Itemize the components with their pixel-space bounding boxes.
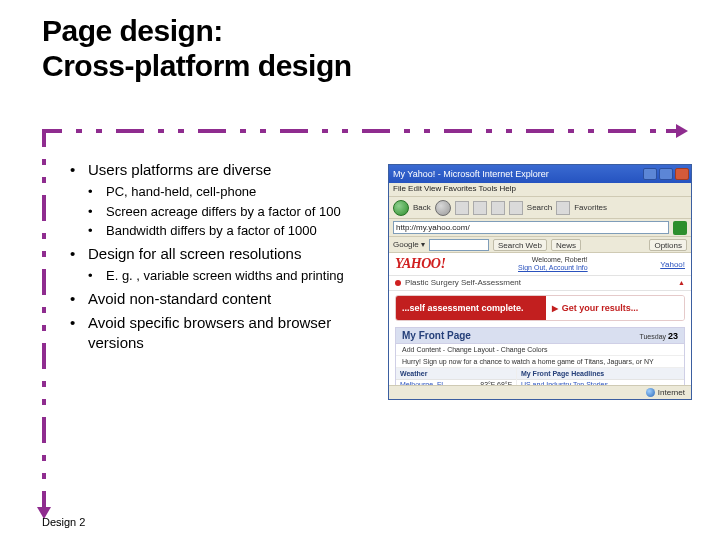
mfp-promo: Hurry! Sign up now for a chance to watch…	[396, 356, 684, 368]
minimize-icon[interactable]	[643, 168, 657, 180]
bullet-2-text: Design for all screen resolutions	[88, 245, 301, 262]
bullet-content: Users platforms are diverse PC, hand-hel…	[70, 160, 390, 357]
mfp-header: My Front Page Tuesday 23	[396, 328, 684, 344]
window-titlebar: My Yahoo! - Microsoft Internet Explorer	[389, 165, 691, 183]
bullet-2a: E. g. , variable screen widths and print…	[88, 267, 390, 285]
yahoo-logo[interactable]: YAHOO!	[395, 256, 445, 272]
search-icon[interactable]	[509, 201, 523, 215]
menu-bar[interactable]: File Edit View Favorites Tools Help	[389, 183, 691, 197]
stop-icon[interactable]	[455, 201, 469, 215]
banner-left: ...self assessment complete.	[396, 296, 546, 320]
mfp-links[interactable]: Add Content - Change Layout - Change Col…	[396, 344, 684, 356]
slide-footer: Design 2	[42, 516, 85, 528]
bullet-1: Users platforms are diverse PC, hand-hel…	[70, 160, 390, 240]
google-options[interactable]: Options	[649, 239, 687, 251]
go-icon[interactable]	[673, 221, 687, 235]
headlines-header: My Front Page Headlines	[517, 368, 684, 380]
close-icon[interactable]	[675, 168, 689, 180]
home-icon[interactable]	[491, 201, 505, 215]
my-front-page: My Front Page Tuesday 23 Add Content - C…	[395, 327, 685, 385]
bullet-1-text: Users platforms are diverse	[88, 161, 271, 178]
banner-right: Get your results...	[546, 296, 684, 320]
internet-zone-icon	[646, 388, 655, 397]
status-bar: Internet	[389, 385, 691, 399]
favorites-label: Favorites	[574, 203, 607, 212]
weather-header: Weather	[396, 368, 516, 380]
accent-rail-vertical	[42, 129, 46, 509]
bullet-2: Design for all screen resolutions E. g. …	[70, 244, 390, 285]
ad-banner[interactable]: ...self assessment complete. Get your re…	[395, 295, 685, 321]
arrow-right-icon	[676, 124, 688, 138]
bullet-icon	[395, 280, 401, 286]
window-title: My Yahoo! - Microsoft Internet Explorer	[393, 169, 549, 179]
back-label: Back	[413, 203, 431, 212]
mfp-date: Tuesday 23	[639, 331, 678, 341]
google-search-web[interactable]: Search Web	[493, 239, 547, 251]
title-line-2: Cross-platform design	[42, 49, 720, 84]
promo-text[interactable]: Plastic Surgery Self-Assessment	[405, 278, 521, 287]
welcome-text: Welcome, Robert!	[518, 256, 588, 264]
slide-title: Page design: Cross-platform design	[0, 0, 720, 83]
title-line-1: Page design:	[42, 14, 720, 49]
status-text: Internet	[658, 388, 685, 397]
toolbar: Back Search Favorites	[389, 197, 691, 219]
address-bar: http://my.yahoo.com/	[389, 219, 691, 237]
weather-title: Weather	[400, 370, 428, 377]
bullet-3: Avoid non-standard content	[70, 289, 390, 309]
mfp-title: My Front Page	[402, 330, 471, 341]
headlines-module: My Front Page Headlines US and Industry …	[517, 368, 684, 385]
forward-icon[interactable]	[435, 200, 451, 216]
google-toolbar: Google ▾ Search Web News Options	[389, 237, 691, 253]
bullet-1b: Screen acreage differs by a factor of 10…	[88, 203, 390, 221]
browser-screenshot: My Yahoo! - Microsoft Internet Explorer …	[388, 164, 692, 400]
url-input[interactable]: http://my.yahoo.com/	[393, 221, 669, 234]
favorites-icon[interactable]	[556, 201, 570, 215]
accent-rail-horizontal	[42, 129, 678, 133]
bullet-1c: Bandwidth differs by a factor of 1000	[88, 222, 390, 240]
google-search-input[interactable]	[429, 239, 489, 251]
page-content: YAHOO! Welcome, Robert! Sign Out, Accoun…	[389, 253, 691, 385]
search-label: Search	[527, 203, 552, 212]
maximize-icon[interactable]	[659, 168, 673, 180]
promo-row: Plastic Surgery Self-Assessment ▲	[389, 276, 691, 291]
yahoo-header: YAHOO! Welcome, Robert! Sign Out, Accoun…	[389, 253, 691, 276]
google-news[interactable]: News	[551, 239, 581, 251]
signout-link[interactable]: Sign Out, Account Info	[518, 264, 588, 271]
bullet-4: Avoid specific browsers and browser vers…	[70, 313, 390, 354]
mfp-day: Tuesday	[639, 333, 666, 340]
back-icon[interactable]	[393, 200, 409, 216]
bullet-1a: PC, hand-held, cell-phone	[88, 183, 390, 201]
mfp-links-text: Add Content - Change Layout - Change Col…	[402, 346, 548, 353]
yahoo-link[interactable]: Yahoo!	[660, 260, 685, 269]
google-label[interactable]: Google ▾	[393, 240, 425, 249]
window-buttons	[643, 168, 689, 180]
weather-module: Weather Melbourne, FL83°F 68°F New Bruns…	[396, 368, 517, 385]
welcome-block: Welcome, Robert! Sign Out, Account Info	[518, 256, 588, 271]
mfp-day-num: 23	[668, 331, 678, 341]
refresh-icon[interactable]	[473, 201, 487, 215]
